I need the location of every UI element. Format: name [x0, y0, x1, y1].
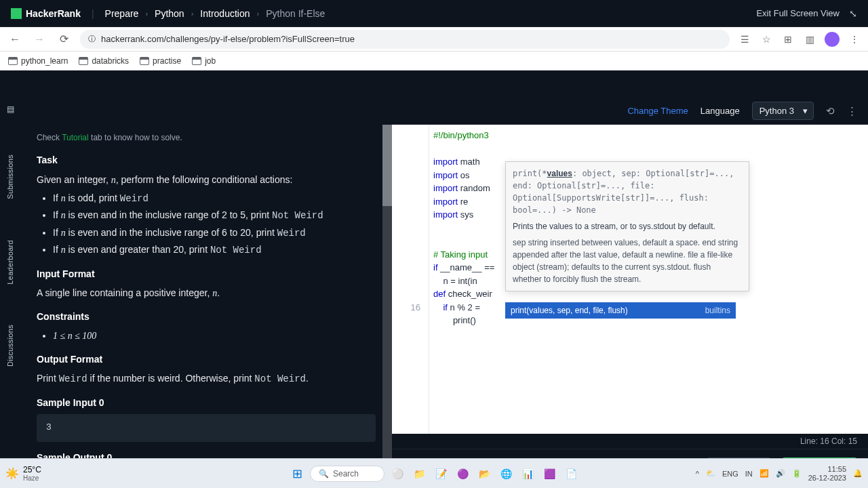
system-tray[interactable]: ^ ⛅ ENG IN 📶 🔊 🔋 11:55 26-12-2023 🔔 — [696, 465, 863, 482]
taskbar-app-6[interactable]: 🟪 — [540, 465, 558, 483]
side-panel-icon[interactable]: ▥ — [803, 34, 816, 45]
bullet-3: If n is even and in the inclusive range … — [53, 225, 376, 241]
back-button[interactable]: ← — [7, 31, 23, 47]
chrome-menu-icon[interactable]: ⋮ — [848, 34, 861, 45]
site-info-icon[interactable]: ⓘ — [88, 34, 96, 44]
tab-discussions[interactable]: Discussions — [6, 325, 14, 367]
breadcrumb: Prepare › Python › Introduction › Python… — [105, 8, 326, 19]
bookmark-practise[interactable]: practise — [140, 56, 181, 66]
autocomplete-popup[interactable]: print(values, sep, end, file, flush) bui… — [505, 302, 736, 319]
language-label: Language — [701, 106, 740, 116]
task-heading: Task — [37, 152, 376, 167]
forward-button[interactable]: → — [31, 31, 47, 47]
crumb-introduction[interactable]: Introduction — [200, 8, 250, 19]
editor-status: Line: 16 Col: 15 — [392, 434, 868, 449]
tab-leaderboard[interactable]: Leaderboard — [6, 240, 14, 285]
bullet-4: If n is even and greater than 20, print … — [53, 242, 376, 258]
problem-tab-icon[interactable]: ▤ — [7, 104, 14, 114]
bookmark-job[interactable]: job — [192, 56, 216, 66]
constraints-heading: Constraints — [37, 309, 376, 324]
constraints-expr: 1 ≤ n ≤ 100 — [53, 329, 376, 344]
tray-chevron-icon[interactable]: ^ — [696, 470, 699, 478]
sample-input-box: 3 — [37, 414, 376, 442]
notifications-icon[interactable]: 🔔 — [853, 469, 863, 478]
bullet-2: If n is even and in the inclusive range … — [53, 207, 376, 223]
input-format-text: A single line containing a positive inte… — [37, 285, 376, 301]
volume-icon[interactable]: 🔊 — [776, 469, 785, 478]
bookmarks-bar: python_learn databricks practise job — [0, 52, 868, 70]
app-header: HackerRank | Prepare › Python › Introduc… — [0, 0, 868, 27]
windows-taskbar: ☀️ 25°C Haze ⊞ 🔍Search ⚪ 📁 📝 🟣 📂 🌐 📊 🟪 📄… — [0, 458, 868, 488]
extensions-icon[interactable]: ⊞ — [781, 34, 795, 45]
signature-tooltip: print(*values: object, sep: Optional[str… — [505, 161, 749, 291]
profile-avatar[interactable] — [825, 32, 840, 47]
input-format-heading: Input Format — [37, 266, 376, 281]
output-format-text: Print Weird if the number is weird. Othe… — [37, 371, 376, 386]
language-select[interactable]: Python 3 ▾ — [752, 102, 814, 120]
taskbar-app-3[interactable]: 🟣 — [454, 465, 471, 483]
crumb-current: Python If-Else — [266, 8, 325, 19]
exit-fullscreen-link[interactable]: Exit Full Screen View — [756, 8, 840, 18]
taskbar-app-7[interactable]: 📄 — [562, 465, 580, 483]
tray-icon-1[interactable]: ⛅ — [706, 469, 715, 478]
tray-kbd[interactable]: IN — [745, 470, 753, 478]
bookmark-star-icon[interactable]: ☆ — [760, 34, 773, 45]
scrollbar[interactable] — [382, 125, 392, 488]
change-theme-link[interactable]: Change Theme — [627, 106, 688, 116]
reload-button[interactable]: ⟳ — [56, 31, 72, 47]
start-button[interactable]: ⊞ — [288, 465, 306, 483]
tutorial-link[interactable]: Tutorial — [62, 133, 89, 142]
taskbar-chrome[interactable]: 🌐 — [497, 465, 515, 483]
chevron-down-icon: ▾ — [803, 106, 808, 116]
wifi-icon[interactable]: 📶 — [760, 469, 769, 478]
line-gutter: 16 — [392, 125, 429, 434]
output-format-heading: Output Format — [37, 352, 376, 367]
task-text: Given an integer, n, perform the followi… — [37, 172, 376, 188]
collapse-icon[interactable]: ⤡ — [849, 8, 857, 19]
logo[interactable]: HackerRank — [11, 8, 81, 19]
crumb-prepare[interactable]: Prepare — [105, 8, 139, 19]
reset-icon[interactable]: ⟲ — [826, 105, 835, 117]
tray-lang[interactable]: ENG — [722, 470, 738, 478]
battery-icon[interactable]: 🔋 — [792, 469, 802, 478]
problem-panel: Check Tutorial tab to know how to solve.… — [20, 98, 392, 488]
url-input[interactable]: ⓘ hackerrank.com/challenges/py-if-else/p… — [80, 30, 730, 49]
clock[interactable]: 11:55 26-12-2023 — [808, 465, 846, 482]
search-icon: 🔍 — [319, 469, 329, 479]
bullet-1: If n is odd, print Weird — [53, 190, 376, 206]
editor-menu-icon[interactable]: ⋮ — [847, 105, 857, 117]
taskbar-app-4[interactable]: 📂 — [475, 465, 493, 483]
task-view-icon[interactable]: ⚪ — [389, 465, 406, 483]
weather-widget[interactable]: ☀️ 25°C Haze — [5, 465, 41, 482]
crumb-python[interactable]: Python — [155, 8, 184, 19]
bookmark-databricks[interactable]: databricks — [79, 56, 129, 66]
code-editor[interactable]: 16 #!/bin/python3 import math import os … — [392, 125, 868, 434]
address-bar: ← → ⟳ ⓘ hackerrank.com/challenges/py-if-… — [0, 27, 868, 52]
translate-icon[interactable]: ☰ — [738, 34, 751, 45]
tutorial-hint: Check Tutorial tab to know how to solve. — [37, 131, 376, 144]
taskbar-app-5[interactable]: 📊 — [519, 465, 536, 483]
tab-submissions[interactable]: Submissions — [6, 155, 14, 199]
taskbar-search[interactable]: 🔍Search — [310, 466, 384, 482]
url-text: hackerrank.com/challenges/py-if-else/pro… — [101, 34, 355, 44]
side-tabs: ▤ Submissions Leaderboard Discussions — [0, 98, 20, 488]
editor-panel: Change Theme Language Python 3 ▾ ⟲ ⋮ 16 … — [392, 98, 868, 488]
taskbar-app-1[interactable]: 📁 — [410, 465, 428, 483]
bookmark-python-learn[interactable]: python_learn — [8, 56, 68, 66]
sample-input-heading: Sample Input 0 — [37, 395, 376, 410]
taskbar-app-2[interactable]: 📝 — [432, 465, 450, 483]
